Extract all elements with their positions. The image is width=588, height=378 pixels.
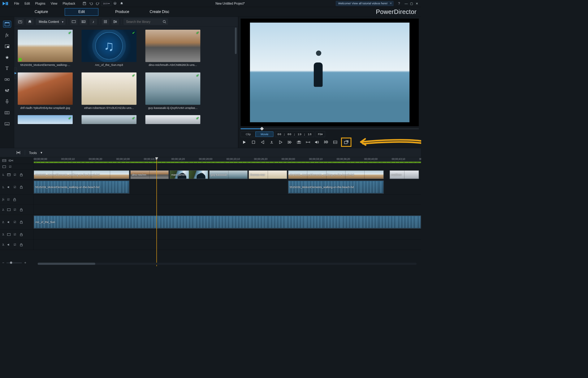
clip-mode-button[interactable]: Clip xyxy=(241,131,256,137)
3d-button[interactable]: 3D xyxy=(323,139,329,145)
media-item[interactable]: ✔Arc_of_the_Sun.mp3 xyxy=(81,30,136,67)
tab-capture[interactable]: Capture xyxy=(31,9,51,15)
menu-view[interactable]: View xyxy=(49,1,60,6)
media-item[interactable]: ✔dino-reichmuth-A5rCN8626Ck-uns... xyxy=(145,30,201,67)
title-room-icon[interactable]: T xyxy=(3,65,11,72)
media-room-icon[interactable] xyxy=(3,21,11,27)
track-lock-icon[interactable] xyxy=(13,198,17,201)
minimize-icon[interactable]: — xyxy=(404,2,408,6)
audio-mixing-room-icon[interactable] xyxy=(3,87,11,94)
timeline-toolbar: Tools ▾ xyxy=(0,148,421,157)
media-item[interactable]: ✔ xyxy=(145,115,201,124)
import-icon[interactable] xyxy=(16,19,24,25)
ruler-tick: 00;00;40;00 xyxy=(364,158,378,161)
grid-view-icon[interactable] xyxy=(102,19,109,25)
track-1-video: 1. ☑ 5515039_MotionElements_walking-on-t… xyxy=(0,170,421,180)
volume-icon[interactable] xyxy=(314,139,320,145)
media-item[interactable]: drif-riadh-YpkuRn54y4w-unsplash.jpg xyxy=(18,72,73,110)
fx-room-icon[interactable]: fx xyxy=(3,32,11,38)
menu-plugins[interactable]: Plugins xyxy=(33,1,47,6)
filter-image-icon[interactable] xyxy=(80,19,87,25)
menu-playback[interactable]: Playback xyxy=(60,1,77,6)
maximize-icon[interactable]: ▢ xyxy=(409,2,413,6)
transition-room-icon[interactable] xyxy=(3,76,11,83)
subtitle-room-icon[interactable] xyxy=(3,121,11,127)
undock-preview-icon[interactable] xyxy=(341,138,351,147)
tab-create-disc[interactable]: Create Disc xyxy=(146,9,173,15)
track-lock-icon[interactable] xyxy=(19,243,23,246)
close-window-icon[interactable]: ✕ xyxy=(415,2,419,6)
timeline-hscroll[interactable] xyxy=(38,263,417,265)
step-icon[interactable] xyxy=(268,139,275,145)
media-item-name: ethan-robertson-SYx3UCHZJlo-uns... xyxy=(84,106,134,110)
media-item[interactable]: ✔ xyxy=(18,115,73,124)
menu-file[interactable]: File xyxy=(12,1,21,6)
tab-edit[interactable]: Edit xyxy=(65,8,98,15)
prev-frame-icon[interactable] xyxy=(259,139,266,145)
help-icon[interactable]: ? xyxy=(396,1,402,6)
track-lock-icon[interactable] xyxy=(19,221,23,224)
media-scrollbar[interactable] xyxy=(235,27,237,148)
stop-icon[interactable] xyxy=(250,139,257,145)
tab-produce[interactable]: Produce xyxy=(112,9,133,15)
track-master-icon[interactable] xyxy=(2,165,6,168)
track-lock-icon[interactable] xyxy=(19,233,23,236)
svg-rect-34 xyxy=(104,21,105,22)
loop-icon[interactable] xyxy=(305,139,311,145)
filter-video-icon[interactable] xyxy=(70,19,77,25)
snapshot-icon[interactable] xyxy=(296,139,302,145)
timeline-view-icon[interactable] xyxy=(2,159,6,162)
track-lock-icon[interactable] xyxy=(19,208,23,211)
track-lock-icon[interactable] xyxy=(19,186,23,189)
split-icon[interactable] xyxy=(16,151,21,155)
tools-dropdown[interactable]: Tools ▾ xyxy=(29,151,42,155)
svg-rect-68 xyxy=(3,165,6,168)
settings-icon[interactable] xyxy=(112,1,118,6)
save-icon[interactable] xyxy=(81,1,87,6)
clip-label[interactable]: 5515039_MotionElements_walking-on-the-be… xyxy=(35,173,99,176)
track-lock-icon[interactable] xyxy=(19,173,23,176)
particle-room-icon[interactable] xyxy=(3,54,11,61)
track-visible-icon[interactable]: ☑ xyxy=(13,173,17,176)
media-item[interactable]: ✔ethan-robertson-SYx3UCHZJlo-uns... xyxy=(81,72,136,110)
menu-edit[interactable]: Edit xyxy=(22,1,32,6)
ruler-tick: 00;00;26;20 xyxy=(254,158,268,161)
playhead[interactable] xyxy=(156,157,157,266)
media-item[interactable]: ✔ xyxy=(81,115,136,124)
time-ruler[interactable]: 00;00;00;0000;00;03;1000;00;06;2000;00;1… xyxy=(34,157,421,164)
media-filter-select[interactable]: Media Content xyxy=(36,19,65,25)
zoom-out-icon[interactable]: − xyxy=(2,261,4,265)
tutorial-banner[interactable]: Welcome! View all tutorial videos here! … xyxy=(336,1,394,6)
search-icon[interactable] xyxy=(163,20,166,23)
movie-mode-button[interactable]: Movie xyxy=(256,131,274,137)
list-view-icon[interactable] xyxy=(111,19,119,25)
next-frame-icon[interactable] xyxy=(277,139,284,145)
fit-select[interactable]: Fit ▾ xyxy=(315,131,325,137)
pip-room-icon[interactable] xyxy=(3,43,11,49)
voiceover-room-icon[interactable] xyxy=(3,98,11,105)
close-icon[interactable]: ✕ xyxy=(390,2,392,5)
preview-quality-icon[interactable] xyxy=(332,139,339,145)
timeline-zoom[interactable]: − + xyxy=(2,261,26,265)
timeline: 00;00;00;0000;00;03;1000;00;06;2000;00;1… xyxy=(0,157,421,266)
master-visible-icon[interactable]: ☑ xyxy=(8,165,12,168)
preview-seek[interactable] xyxy=(241,127,419,130)
search-input[interactable] xyxy=(124,19,168,25)
filter-audio-icon[interactable]: ♪ xyxy=(89,19,97,25)
media-item[interactable]: ✔guy-kawasaki-iij-QvyRAnM-unsplas... xyxy=(145,72,201,110)
plugins-icon[interactable] xyxy=(26,19,33,25)
storyboard-view-icon[interactable] xyxy=(8,159,13,162)
preview-viewport[interactable] xyxy=(241,19,419,126)
notification-icon[interactable] xyxy=(119,1,125,6)
used-check-icon: ✔ xyxy=(196,31,199,35)
timecode-display[interactable]: 00 ; 00 ; 19 ; 18 xyxy=(275,131,314,137)
chapter-room-icon[interactable] xyxy=(3,110,11,116)
redo-icon[interactable] xyxy=(95,1,101,6)
library-search[interactable] xyxy=(124,19,168,25)
aspect-ratio-selector[interactable]: 16:9 ▾ xyxy=(102,1,111,6)
undo-icon[interactable] xyxy=(88,1,94,6)
zoom-in-icon[interactable]: + xyxy=(24,261,26,265)
fast-forward-icon[interactable] xyxy=(287,139,293,145)
play-icon[interactable] xyxy=(241,139,248,145)
media-item[interactable]: ✔5515039_MotionElements_walking-... xyxy=(18,30,73,67)
